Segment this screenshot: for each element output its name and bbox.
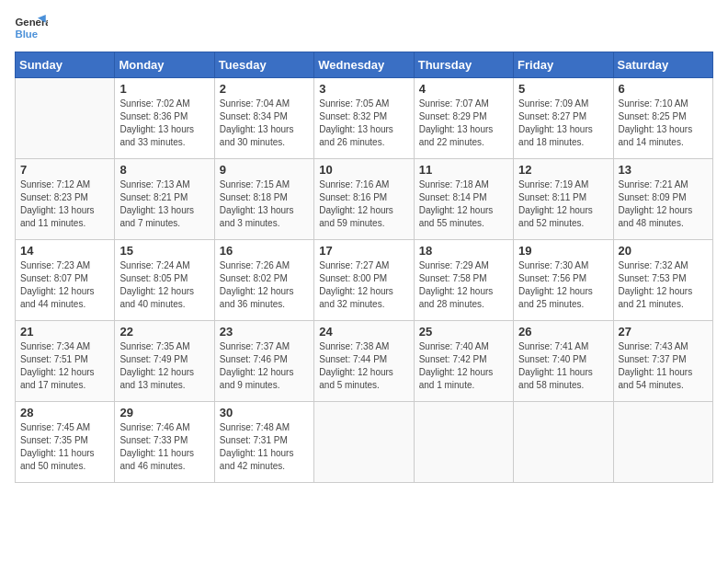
logo: General Blue: [15, 15, 51, 40]
day-number: 7: [20, 163, 109, 177]
calendar-week-4: 21Sunrise: 7:34 AMSunset: 7:51 PMDayligh…: [16, 321, 713, 402]
calendar-cell: 1Sunrise: 7:02 AMSunset: 8:36 PMDaylight…: [115, 78, 214, 159]
calendar-week-3: 14Sunrise: 7:23 AMSunset: 8:07 PMDayligh…: [16, 240, 713, 321]
calendar-cell: 22Sunrise: 7:35 AMSunset: 7:49 PMDayligh…: [115, 321, 214, 402]
calendar-cell: 6Sunrise: 7:10 AMSunset: 8:25 PMDaylight…: [613, 78, 712, 159]
day-header-sunday: Sunday: [16, 52, 115, 78]
day-info: Sunrise: 7:45 AMSunset: 7:35 PMDaylight:…: [20, 421, 109, 473]
day-number: 20: [619, 244, 708, 258]
calendar-cell: 23Sunrise: 7:37 AMSunset: 7:46 PMDayligh…: [214, 321, 313, 402]
day-info: Sunrise: 7:35 AMSunset: 7:49 PMDaylight:…: [119, 340, 209, 392]
day-number: 11: [419, 163, 508, 177]
day-number: 3: [319, 82, 408, 96]
day-number: 16: [220, 244, 309, 258]
calendar-cell: [414, 402, 513, 483]
calendar-cell: 4Sunrise: 7:07 AMSunset: 8:29 PMDaylight…: [414, 78, 513, 159]
day-info: Sunrise: 7:05 AMSunset: 8:32 PMDaylight:…: [319, 98, 408, 149]
day-number: 30: [220, 406, 309, 419]
calendar-cell: 18Sunrise: 7:29 AMSunset: 7:58 PMDayligh…: [414, 240, 513, 321]
day-info: Sunrise: 7:38 AMSunset: 7:44 PMDaylight:…: [319, 340, 408, 392]
day-info: Sunrise: 7:32 AMSunset: 7:53 PMDaylight:…: [619, 259, 708, 311]
day-info: Sunrise: 7:16 AMSunset: 8:16 PMDaylight:…: [319, 178, 408, 230]
svg-text:Blue: Blue: [16, 29, 39, 40]
day-number: 5: [518, 82, 608, 96]
calendar-cell: 10Sunrise: 7:16 AMSunset: 8:16 PMDayligh…: [314, 159, 414, 240]
calendar-cell: [16, 78, 115, 159]
calendar-week-1: 1Sunrise: 7:02 AMSunset: 8:36 PMDaylight…: [16, 78, 713, 159]
day-number: 22: [119, 325, 209, 339]
day-info: Sunrise: 7:43 AMSunset: 7:37 PMDaylight:…: [619, 340, 708, 392]
calendar-cell: 7Sunrise: 7:12 AMSunset: 8:23 PMDaylight…: [16, 159, 115, 240]
day-number: 14: [20, 244, 109, 258]
calendar-cell: 9Sunrise: 7:15 AMSunset: 8:18 PMDaylight…: [214, 159, 313, 240]
logo-icon: General Blue: [15, 15, 48, 40]
day-number: 15: [119, 244, 209, 258]
calendar-cell: 21Sunrise: 7:34 AMSunset: 7:51 PMDayligh…: [16, 321, 115, 402]
day-number: 9: [220, 163, 309, 177]
calendar-cell: 3Sunrise: 7:05 AMSunset: 8:32 PMDaylight…: [314, 78, 414, 159]
calendar-cell: 25Sunrise: 7:40 AMSunset: 7:42 PMDayligh…: [414, 321, 513, 402]
day-number: 26: [518, 325, 608, 339]
day-number: 23: [220, 325, 309, 339]
day-info: Sunrise: 7:41 AMSunset: 7:40 PMDaylight:…: [518, 340, 608, 392]
day-number: 24: [319, 325, 408, 339]
day-info: Sunrise: 7:15 AMSunset: 8:18 PMDaylight:…: [220, 178, 309, 230]
calendar-cell: 29Sunrise: 7:46 AMSunset: 7:33 PMDayligh…: [115, 402, 214, 483]
day-info: Sunrise: 7:02 AMSunset: 8:36 PMDaylight:…: [119, 98, 209, 149]
day-number: 27: [619, 325, 708, 339]
calendar-cell: [314, 402, 414, 483]
day-info: Sunrise: 7:30 AMSunset: 7:56 PMDaylight:…: [518, 259, 608, 311]
day-info: Sunrise: 7:46 AMSunset: 7:33 PMDaylight:…: [119, 421, 209, 473]
day-info: Sunrise: 7:24 AMSunset: 8:05 PMDaylight:…: [119, 259, 209, 311]
calendar-cell: 13Sunrise: 7:21 AMSunset: 8:09 PMDayligh…: [613, 159, 712, 240]
day-header-monday: Monday: [115, 52, 214, 78]
day-number: 19: [518, 244, 608, 258]
page-header: General Blue: [15, 15, 713, 40]
calendar-week-2: 7Sunrise: 7:12 AMSunset: 8:23 PMDaylight…: [16, 159, 713, 240]
calendar-cell: 27Sunrise: 7:43 AMSunset: 7:37 PMDayligh…: [613, 321, 712, 402]
day-header-thursday: Thursday: [414, 52, 513, 78]
calendar-cell: 17Sunrise: 7:27 AMSunset: 8:00 PMDayligh…: [314, 240, 414, 321]
calendar-cell: 12Sunrise: 7:19 AMSunset: 8:11 PMDayligh…: [514, 159, 613, 240]
day-info: Sunrise: 7:13 AMSunset: 8:21 PMDaylight:…: [119, 178, 209, 230]
day-info: Sunrise: 7:10 AMSunset: 8:25 PMDaylight:…: [619, 98, 708, 149]
calendar-cell: 2Sunrise: 7:04 AMSunset: 8:34 PMDaylight…: [214, 78, 313, 159]
day-number: 21: [20, 325, 109, 339]
day-number: 25: [419, 325, 508, 339]
day-info: Sunrise: 7:04 AMSunset: 8:34 PMDaylight:…: [220, 98, 309, 149]
day-info: Sunrise: 7:29 AMSunset: 7:58 PMDaylight:…: [419, 259, 508, 311]
calendar-cell: [514, 402, 613, 483]
day-info: Sunrise: 7:27 AMSunset: 8:00 PMDaylight:…: [319, 259, 408, 311]
calendar-cell: 11Sunrise: 7:18 AMSunset: 8:14 PMDayligh…: [414, 159, 513, 240]
calendar-cell: 30Sunrise: 7:48 AMSunset: 7:31 PMDayligh…: [214, 402, 313, 483]
day-info: Sunrise: 7:19 AMSunset: 8:11 PMDaylight:…: [518, 178, 608, 230]
day-number: 2: [220, 82, 309, 96]
calendar-header-row: SundayMondayTuesdayWednesdayThursdayFrid…: [16, 52, 713, 78]
calendar-cell: 15Sunrise: 7:24 AMSunset: 8:05 PMDayligh…: [115, 240, 214, 321]
calendar-cell: 26Sunrise: 7:41 AMSunset: 7:40 PMDayligh…: [514, 321, 613, 402]
day-header-tuesday: Tuesday: [214, 52, 313, 78]
day-header-wednesday: Wednesday: [314, 52, 414, 78]
day-info: Sunrise: 7:09 AMSunset: 8:27 PMDaylight:…: [518, 98, 608, 149]
calendar-cell: 19Sunrise: 7:30 AMSunset: 7:56 PMDayligh…: [514, 240, 613, 321]
day-number: 4: [419, 82, 508, 96]
calendar-table: SundayMondayTuesdayWednesdayThursdayFrid…: [15, 52, 713, 483]
calendar-cell: 8Sunrise: 7:13 AMSunset: 8:21 PMDaylight…: [115, 159, 214, 240]
calendar-cell: 14Sunrise: 7:23 AMSunset: 8:07 PMDayligh…: [16, 240, 115, 321]
calendar-cell: 20Sunrise: 7:32 AMSunset: 7:53 PMDayligh…: [613, 240, 712, 321]
day-number: 10: [319, 163, 408, 177]
day-number: 17: [319, 244, 408, 258]
day-header-friday: Friday: [514, 52, 613, 78]
day-number: 13: [619, 163, 708, 177]
day-number: 18: [419, 244, 508, 258]
day-number: 1: [119, 82, 209, 96]
day-info: Sunrise: 7:34 AMSunset: 7:51 PMDaylight:…: [20, 340, 109, 392]
day-number: 6: [619, 82, 708, 96]
day-info: Sunrise: 7:18 AMSunset: 8:14 PMDaylight:…: [419, 178, 508, 230]
calendar-week-5: 28Sunrise: 7:45 AMSunset: 7:35 PMDayligh…: [16, 402, 713, 483]
calendar-cell: 24Sunrise: 7:38 AMSunset: 7:44 PMDayligh…: [314, 321, 414, 402]
day-number: 8: [119, 163, 209, 177]
day-number: 29: [119, 406, 209, 419]
day-info: Sunrise: 7:23 AMSunset: 8:07 PMDaylight:…: [20, 259, 109, 311]
calendar-cell: 5Sunrise: 7:09 AMSunset: 8:27 PMDaylight…: [514, 78, 613, 159]
